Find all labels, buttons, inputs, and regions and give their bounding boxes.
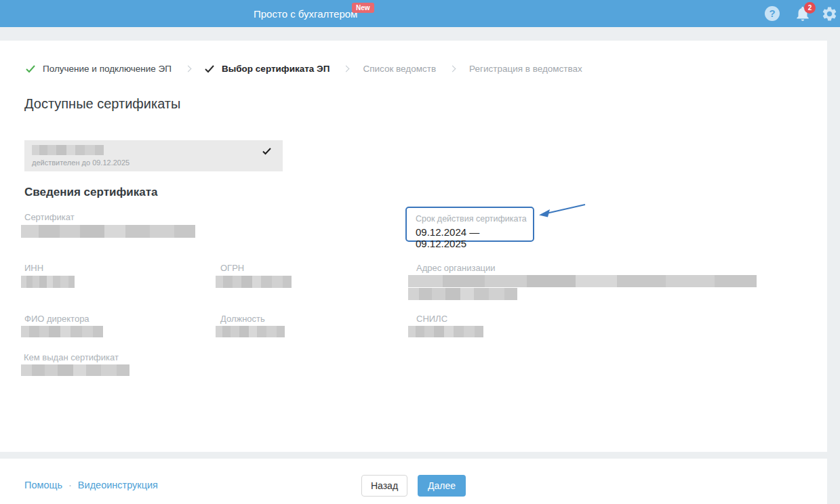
chevron-right-icon: [449, 66, 456, 72]
new-badge: New: [352, 3, 374, 13]
step-get-signature[interactable]: Получение и подключение ЭП: [26, 64, 172, 74]
org-address-field-label: Адрес организации: [416, 263, 496, 273]
check-icon: [26, 65, 35, 73]
footer-links: Помощь · Видеоинструкция: [24, 480, 158, 490]
certificate-details-heading: Сведения сертификата: [24, 186, 157, 199]
certificate-field-label: Сертификат: [24, 212, 75, 222]
redacted-inn-value: [21, 276, 75, 288]
next-button[interactable]: Далее: [418, 475, 466, 497]
validity-period-label: Срок действия сертификата: [416, 214, 527, 224]
redacted-org-address-line2: [408, 288, 517, 300]
app-title: Просто с бухгалтером: [254, 0, 357, 27]
back-button[interactable]: Назад: [361, 475, 407, 497]
redacted-issuer-value: [21, 364, 129, 376]
snils-field-label: СНИЛС: [416, 314, 447, 324]
redacted-certificate-value: [21, 225, 195, 238]
certificate-card[interactable]: действителен до 09.12.2025: [24, 140, 283, 171]
help-link[interactable]: Помощь: [24, 480, 62, 490]
chevron-right-icon: [343, 66, 350, 72]
step-label: Получение и подключение ЭП: [43, 64, 172, 74]
selected-check-icon: [262, 148, 271, 155]
director-name-field-label: ФИО директора: [24, 314, 89, 324]
inn-field-label: ИНН: [24, 263, 43, 273]
position-field-label: Должность: [220, 314, 265, 324]
certificate-validity-text: действителен до 09.12.2025: [32, 159, 129, 167]
ogrn-field-label: ОГРН: [220, 263, 244, 273]
redacted-org-address-line1: [408, 275, 757, 287]
step-agency-registration[interactable]: Регистрация в ведомствах: [469, 64, 582, 74]
issuer-field-label: Кем выдан сертификат: [24, 352, 119, 362]
step-agency-list[interactable]: Список ведомств: [363, 64, 436, 74]
top-header-bar: Просто с бухгалтером New ? 2: [0, 0, 840, 27]
video-instruction-link[interactable]: Видеоинструкция: [78, 480, 158, 490]
redacted-ogrn-value: [216, 276, 292, 288]
redacted-director-name-value: [21, 326, 103, 337]
settings-gear-icon[interactable]: [821, 5, 838, 22]
pointer-arrow-icon: [537, 202, 587, 219]
validity-period-field: Срок действия сертификата 09.12.2024 — 0…: [405, 207, 534, 242]
app-window: Просто с бухгалтером New ? 2 Получение и…: [0, 0, 840, 504]
redacted-snils-value: [408, 326, 483, 337]
step-label: Список ведомств: [363, 64, 436, 74]
available-certificates-heading: Доступные сертификаты: [24, 96, 180, 112]
notification-count-badge: 2: [804, 2, 816, 14]
step-label: Регистрация в ведомствах: [469, 64, 582, 74]
step-label: Выбор сертификата ЭП: [222, 64, 329, 74]
link-separator: ·: [68, 480, 72, 490]
redacted-position-value: [216, 326, 285, 337]
step-select-certificate[interactable]: Выбор сертификата ЭП: [205, 64, 329, 74]
chevron-right-icon: [185, 66, 192, 72]
redacted-certificate-name: [32, 145, 104, 155]
check-icon: [205, 65, 214, 73]
wizard-stepper: Получение и подключение ЭП Выбор сертифи…: [26, 64, 582, 74]
validity-period-value: 09.12.2024 — 09.12.2025: [416, 226, 533, 249]
help-icon[interactable]: ?: [765, 6, 780, 21]
